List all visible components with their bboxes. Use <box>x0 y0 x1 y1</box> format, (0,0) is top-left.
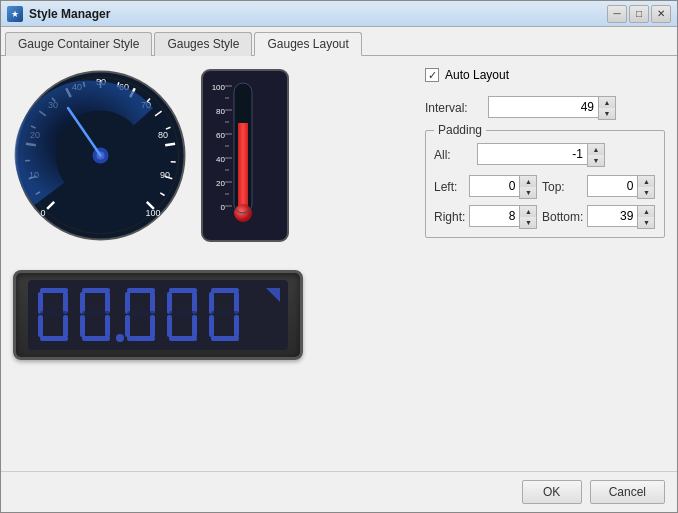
svg-rect-77 <box>125 292 130 314</box>
svg-rect-73 <box>105 315 110 337</box>
right-up-arrow[interactable]: ▲ <box>520 206 536 217</box>
svg-rect-62 <box>38 292 43 314</box>
svg-text:80: 80 <box>216 107 225 116</box>
svg-rect-91 <box>209 292 214 314</box>
right-down-arrow[interactable]: ▼ <box>520 217 536 228</box>
svg-rect-57 <box>238 123 248 213</box>
bottom-down-arrow[interactable]: ▼ <box>638 217 654 228</box>
right-label: Right: <box>434 210 465 224</box>
svg-rect-89 <box>169 336 197 341</box>
svg-text:20: 20 <box>216 179 225 188</box>
svg-rect-66 <box>63 315 68 337</box>
all-down-arrow[interactable]: ▼ <box>588 155 604 166</box>
gauges-area: 0 10 20 30 40 50 60 70 80 90 100 <box>13 68 409 459</box>
title-bar-left: ★ Style Manager <box>7 6 110 22</box>
tab-bar: Gauge Container Style Gauges Style Gauge… <box>1 27 677 56</box>
top-input[interactable] <box>587 175 637 197</box>
svg-rect-72 <box>80 315 85 337</box>
svg-rect-96 <box>211 336 239 341</box>
top-spin-arrows: ▲ ▼ <box>637 175 655 199</box>
bottom-bar: OK Cancel <box>1 471 677 512</box>
padding-group-title: Padding <box>434 123 486 137</box>
svg-rect-87 <box>167 315 172 337</box>
svg-rect-61 <box>40 288 68 293</box>
interval-up-arrow[interactable]: ▲ <box>599 97 615 108</box>
bottom-label: Bottom: <box>542 210 583 224</box>
svg-rect-84 <box>167 292 172 314</box>
svg-text:60: 60 <box>216 131 225 140</box>
svg-rect-79 <box>127 311 155 316</box>
right-spin: ▲ ▼ <box>469 205 538 229</box>
padding-group: Padding All: ▲ ▼ Left: <box>425 130 665 238</box>
title-bar: ★ Style Manager ─ □ ✕ <box>1 1 677 27</box>
svg-rect-92 <box>234 292 239 314</box>
bottom-input[interactable] <box>587 205 637 227</box>
svg-rect-74 <box>82 336 110 341</box>
minimize-button[interactable]: ─ <box>607 5 627 23</box>
auto-layout-label: Auto Layout <box>445 68 509 82</box>
auto-layout-row: Auto Layout <box>425 68 665 82</box>
svg-rect-95 <box>234 315 239 337</box>
left-up-arrow[interactable]: ▲ <box>520 176 536 187</box>
right-spin-arrows: ▲ ▼ <box>519 205 537 229</box>
svg-text:90: 90 <box>160 170 170 180</box>
svg-point-75 <box>116 334 124 342</box>
svg-rect-80 <box>125 315 130 337</box>
svg-rect-70 <box>105 292 110 314</box>
tab-gauges-layout[interactable]: Gauges Layout <box>254 32 361 56</box>
svg-rect-94 <box>209 315 214 337</box>
right-panel: Auto Layout Interval: ▲ ▼ Padding Al <box>425 68 665 459</box>
title-controls: ─ □ ✕ <box>607 5 671 23</box>
svg-rect-69 <box>80 292 85 314</box>
svg-text:0: 0 <box>40 208 45 218</box>
tab-gauge-container[interactable]: Gauge Container Style <box>5 32 152 56</box>
left-down-arrow[interactable]: ▼ <box>520 187 536 198</box>
close-button[interactable]: ✕ <box>651 5 671 23</box>
right-input[interactable] <box>469 205 519 227</box>
padding-all-row: All: ▲ ▼ <box>434 143 656 167</box>
interval-input[interactable] <box>488 96 598 118</box>
svg-rect-64 <box>40 311 68 316</box>
svg-line-10 <box>165 144 175 146</box>
left-label: Left: <box>434 180 465 194</box>
ok-button[interactable]: OK <box>522 480 582 504</box>
svg-rect-90 <box>211 288 239 293</box>
left-spin: ▲ ▼ <box>469 175 538 199</box>
top-down-arrow[interactable]: ▼ <box>638 187 654 198</box>
svg-text:80: 80 <box>158 130 168 140</box>
bottom-up-arrow[interactable]: ▲ <box>638 206 654 217</box>
thermometer-container: 100 80 60 40 20 0 <box>200 68 290 246</box>
cancel-button[interactable]: Cancel <box>590 480 665 504</box>
svg-rect-71 <box>82 311 110 316</box>
top-up-arrow[interactable]: ▲ <box>638 176 654 187</box>
left-input[interactable] <box>469 175 519 197</box>
window-icon: ★ <box>7 6 23 22</box>
svg-text:40: 40 <box>216 155 225 164</box>
all-label: All: <box>434 148 469 162</box>
digital-display <box>13 270 303 360</box>
svg-rect-68 <box>82 288 110 293</box>
thermometer-svg: 100 80 60 40 20 0 <box>200 68 290 243</box>
svg-rect-93 <box>211 311 239 316</box>
interval-down-arrow[interactable]: ▼ <box>599 108 615 119</box>
svg-text:100: 100 <box>145 208 160 218</box>
svg-rect-81 <box>150 315 155 337</box>
svg-rect-67 <box>40 336 68 341</box>
svg-rect-76 <box>127 288 155 293</box>
all-up-arrow[interactable]: ▲ <box>588 144 604 155</box>
svg-rect-83 <box>169 288 197 293</box>
main-content: 0 10 20 30 40 50 60 70 80 90 100 <box>1 56 677 471</box>
circular-gauge: 0 10 20 30 40 50 60 70 80 90 100 <box>13 68 188 243</box>
interval-label: Interval: <box>425 101 480 115</box>
svg-rect-82 <box>127 336 155 341</box>
interval-spin-arrows: ▲ ▼ <box>598 96 616 120</box>
maximize-button[interactable]: □ <box>629 5 649 23</box>
all-input[interactable] <box>477 143 587 165</box>
svg-rect-88 <box>192 315 197 337</box>
svg-rect-78 <box>150 292 155 314</box>
tab-gauges-style[interactable]: Gauges Style <box>154 32 252 56</box>
speedometer-svg: 0 10 20 30 40 50 60 70 80 90 100 <box>13 68 188 243</box>
svg-rect-85 <box>192 292 197 314</box>
auto-layout-checkbox[interactable] <box>425 68 439 82</box>
window-title: Style Manager <box>29 7 110 21</box>
